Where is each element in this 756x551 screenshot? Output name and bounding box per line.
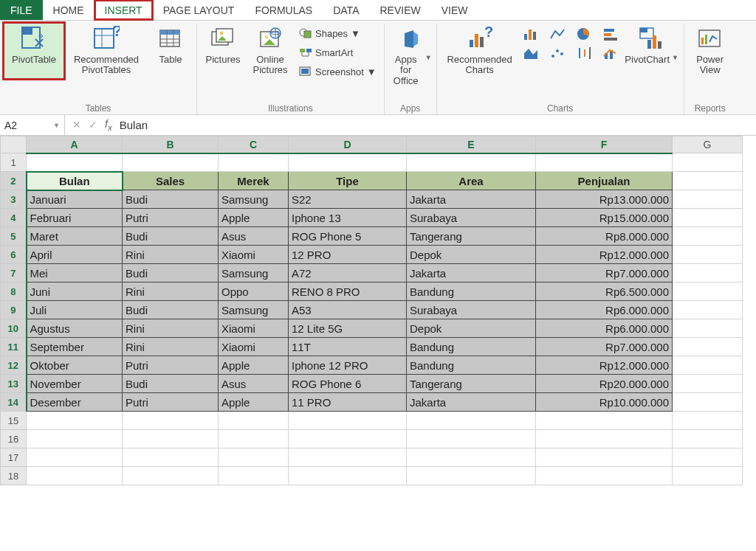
cell[interactable] (673, 172, 743, 190)
cell[interactable] (673, 338, 743, 356)
row-header[interactable]: 1 (1, 153, 27, 172)
cell[interactable]: Tipe (289, 172, 407, 190)
cell[interactable] (536, 412, 673, 430)
cell[interactable]: Apple (219, 356, 289, 375)
cell[interactable]: Rp6.500.000 (536, 283, 673, 301)
row-header[interactable]: 16 (1, 430, 27, 448)
cell[interactable]: Bandung (407, 356, 536, 375)
row-header[interactable]: 8 (1, 283, 27, 301)
cell[interactable]: Samsung (219, 190, 289, 209)
cell[interactable]: 11T (289, 338, 407, 356)
cell[interactable]: Iphone 12 PRO (289, 356, 407, 375)
cell[interactable]: Area (407, 172, 536, 190)
cell[interactable]: Rp12.000.000 (536, 356, 673, 375)
cell[interactable] (673, 375, 743, 393)
cell[interactable]: A53 (289, 301, 407, 319)
cell[interactable] (289, 412, 407, 430)
cell[interactable]: Mei (27, 264, 123, 283)
cell[interactable] (407, 467, 536, 485)
area-chart-icon[interactable] (523, 46, 540, 60)
row-header[interactable]: 9 (1, 301, 27, 319)
cell[interactable]: 12 PRO (289, 246, 407, 264)
cell[interactable]: Putri (123, 209, 219, 227)
cell[interactable]: Desember (27, 393, 123, 412)
enter-formula-icon[interactable]: ✓ (89, 119, 97, 131)
cell[interactable]: Merek (219, 172, 289, 190)
smartart-button[interactable]: SmartArt (296, 44, 379, 60)
cell[interactable]: Rp7.000.000 (536, 338, 673, 356)
row-header[interactable]: 15 (1, 412, 27, 430)
cell[interactable] (673, 246, 743, 264)
cell[interactable]: Rp10.000.000 (536, 393, 673, 412)
tab-data[interactable]: DATA (323, 0, 369, 20)
cell[interactable]: Bandung (407, 283, 536, 301)
cell[interactable]: Maret (27, 227, 123, 246)
cell[interactable]: Xiaomi (219, 319, 289, 338)
formula-input[interactable]: Bulan (120, 119, 148, 131)
column-header[interactable]: F (536, 136, 673, 153)
cell[interactable] (673, 264, 743, 283)
pivotchart-button[interactable]: PivotChart▼ (625, 24, 679, 78)
column-header[interactable]: C (219, 136, 289, 153)
cell[interactable] (536, 153, 673, 172)
cell[interactable]: Juni (27, 283, 123, 301)
cell[interactable]: Budi (123, 301, 219, 319)
cell[interactable]: ROG Phone 5 (289, 227, 407, 246)
screenshot-button[interactable]: Screenshot ▼ (296, 63, 379, 80)
cell[interactable]: Rp12.000.000 (536, 246, 673, 264)
cell[interactable] (27, 412, 123, 430)
pie-chart-icon[interactable] (576, 27, 594, 41)
cell[interactable] (123, 430, 219, 448)
spreadsheet-grid[interactable]: ABCDEFG12BulanSalesMerekTipeAreaPenjuala… (0, 136, 756, 550)
cell[interactable]: Depok (407, 319, 536, 338)
row-header[interactable]: 2 (1, 172, 27, 190)
row-header[interactable]: 5 (1, 227, 27, 246)
cell[interactable] (536, 467, 673, 485)
recommended-charts-button[interactable]: ? Recommended Charts (441, 24, 518, 78)
row-header[interactable]: 10 (1, 319, 27, 338)
line-chart-icon[interactable] (549, 27, 567, 41)
cell[interactable] (407, 448, 536, 467)
cell[interactable]: Bulan (27, 172, 123, 190)
row-header[interactable]: 7 (1, 264, 27, 283)
cell[interactable]: A72 (289, 264, 407, 283)
cell[interactable]: September (27, 338, 123, 356)
power-view-button[interactable]: Power View (689, 24, 732, 78)
cell[interactable] (673, 448, 743, 467)
cell[interactable] (673, 227, 743, 246)
cell[interactable]: Rp20.000.000 (536, 375, 673, 393)
pictures-button[interactable]: Pictures (202, 24, 244, 78)
cell[interactable]: RENO 8 PRO (289, 283, 407, 301)
cell[interactable] (289, 430, 407, 448)
tab-formulas[interactable]: FORMULAS (244, 0, 323, 20)
cell[interactable] (219, 467, 289, 485)
cell[interactable] (289, 448, 407, 467)
cell[interactable]: Putri (123, 356, 219, 375)
row-header[interactable]: 3 (1, 190, 27, 209)
cell[interactable] (219, 430, 289, 448)
row-header[interactable]: 11 (1, 338, 27, 356)
cell[interactable]: Tangerang (407, 375, 536, 393)
cell[interactable]: Samsung (219, 301, 289, 319)
cell[interactable] (407, 153, 536, 172)
cell[interactable]: Surabaya (407, 301, 536, 319)
cell[interactable]: Budi (123, 375, 219, 393)
cell[interactable]: Apple (219, 393, 289, 412)
cell[interactable] (673, 283, 743, 301)
cell[interactable]: ROG Phone 6 (289, 375, 407, 393)
cell[interactable]: Juli (27, 301, 123, 319)
cell[interactable] (673, 190, 743, 209)
cell[interactable] (219, 153, 289, 172)
cell[interactable]: Agustus (27, 319, 123, 338)
pivottable-button[interactable]: PivotTable (4, 24, 63, 78)
cell[interactable]: Asus (219, 227, 289, 246)
row-header[interactable]: 12 (1, 356, 27, 375)
cell[interactable] (673, 356, 743, 375)
cell[interactable] (219, 448, 289, 467)
cell[interactable] (123, 412, 219, 430)
cell[interactable] (673, 393, 743, 412)
fx-icon[interactable]: fx (105, 118, 112, 132)
cell[interactable]: Surabaya (407, 209, 536, 227)
cell[interactable]: Rini (123, 246, 219, 264)
cell[interactable]: Rp8.000.000 (536, 227, 673, 246)
